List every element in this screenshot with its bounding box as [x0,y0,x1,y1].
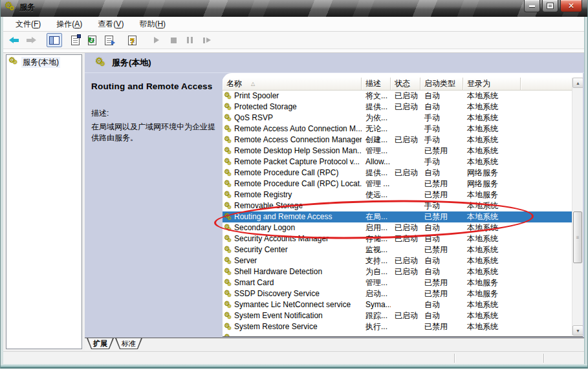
service-gear-icon [224,312,232,320]
service-logon-as-cell: 本地系统 [463,124,521,135]
table-row[interactable]: Smart Card 管理... 已禁用 本地服务 [223,277,572,288]
service-status-cell [391,113,420,124]
back-button[interactable] [6,33,22,47]
menu-item-a[interactable]: 操作(A) [50,17,89,31]
table-row[interactable]: Protected Storage 提供... 已启动 自动 本地系统 [223,102,572,113]
table-row[interactable]: Print Spooler 将文... 已启动 自动 本地系统 [223,91,572,102]
service-gear-icon [224,257,232,265]
tab-standard[interactable]: 标准 [115,338,142,349]
column-header-2[interactable]: 描述 [362,78,391,91]
service-gear-icon [224,301,232,309]
service-name: SSDP Discovery Service [234,288,320,299]
table-row[interactable]: Remote Registry 使远... 已禁用 本地服务 [223,189,572,200]
maximize-icon [547,3,553,8]
help-button[interactable]: ? [124,33,140,47]
menu-item-f[interactable]: 文件(F) [9,17,47,31]
tree-item-services-local[interactable]: 服务(本地) [6,55,82,68]
service-gear-icon [224,290,232,298]
menu-item-h[interactable]: 帮助(H) [133,17,172,31]
service-status-cell [391,189,420,200]
service-startup-type-cell: 已禁用 [420,178,463,189]
table-row[interactable]: Shell Hardware Detection 为自... 已启动 自动 本地… [223,266,572,277]
service-description-cell: 执行... [362,321,391,332]
service-name: Security Center [234,244,288,255]
maximize-button[interactable] [542,0,558,12]
service-logon-as-cell: 本地系统 [463,299,521,310]
refresh-icon: ↻ [88,36,96,45]
service-description-cell: 跟踪... [362,310,391,321]
service-description-block: Routing and Remote Access 描述: 在局域网以及广域网环… [91,81,222,144]
column-header-3[interactable]: 状态 [391,78,420,91]
service-gear-icon [224,103,232,111]
service-status-cell [391,321,420,332]
service-gear-icon [224,268,232,276]
service-name: Print Spooler [234,91,279,102]
service-status-cell [391,211,420,222]
table-row[interactable]: Server 支持... 已启动 自动 本地系统 [223,255,572,266]
service-name: Protected Storage [234,102,297,113]
table-row[interactable]: Remote Access Auto Connection M... 无论...… [223,124,572,135]
table-row[interactable]: Remote Procedure Call (RPC) 提供... 已启动 自动… [223,167,572,178]
service-description-cell: 监视... [362,244,391,255]
service-startup-type-cell [420,332,463,336]
service-status-cell: 已启动 [391,167,420,178]
service-status-cell: 已启动 [391,255,420,266]
table-row[interactable]: System Restore Service 执行... 已禁用 本地系统 [223,321,572,332]
table-row[interactable] [223,332,572,336]
table-row[interactable]: Routing and Remote Access 在局... 已禁用 本地系统 [223,211,572,222]
export-list-icon [105,36,113,45]
table-row[interactable]: Security Center 监视... 已禁用 本地系统 [223,244,572,255]
show-console-tree-button[interactable] [47,33,62,47]
menu-item-v[interactable]: 查看(V) [91,17,130,31]
service-startup-type-cell: 自动 [420,222,463,233]
column-header-5[interactable]: 登录为 [463,78,521,91]
table-row[interactable]: System Event Notification 跟踪... 已启动 自动 本… [223,310,572,321]
service-description-cell: 为自... [362,266,391,277]
service-status-cell [391,156,420,167]
minimize-button[interactable] [524,0,540,12]
scroll-down-icon[interactable] [572,325,583,336]
stop-service-icon [171,38,177,43]
refresh-button[interactable]: ↻ [84,33,100,47]
tab-extended[interactable]: 扩展 [87,338,114,349]
table-row[interactable]: SSDP Discovery Service 启动... 已禁用 本地服务 [223,288,572,299]
service-name: Removable Storage [234,200,303,211]
scroll-up-icon[interactable] [572,78,583,88]
restart-service-icon [203,38,211,43]
export-list-button[interactable] [101,33,116,47]
service-status-cell [391,146,420,156]
service-status-cell: 已启动 [391,222,420,233]
table-row[interactable]: Remote Access Connection Manager 创建... 已… [223,135,572,146]
table-row[interactable]: Remote Desktop Help Session Man... 管理...… [223,146,572,156]
properties-icon [71,36,80,45]
pause-service-icon [187,37,193,43]
properties-button[interactable] [67,33,83,47]
pause-service-button [182,33,198,47]
table-row[interactable]: Security Accounts Manager 存储... 已启动 自动 本… [223,233,572,244]
service-logon-as-cell [463,332,521,336]
column-header-1[interactable]: 名称 [223,78,362,91]
service-logon-as-cell: 本地系统 [463,146,521,156]
column-header-4[interactable]: 启动类型 [420,78,463,91]
table-row[interactable]: Secondary Logon 启用... 已启动 自动 本地系统 [223,222,572,233]
service-name: Server [234,255,257,266]
scrollbar-thumb[interactable] [573,211,582,263]
close-button[interactable]: ✕ [560,0,582,12]
service-logon-as-cell: 本地系统 [463,102,521,113]
service-startup-type-cell: 自动 [420,310,463,321]
service-description-cell: Allow... [362,156,391,167]
forward-button [23,33,39,47]
service-status-cell: 已启动 [391,102,420,113]
table-row[interactable]: Remote Procedure Call (RPC) Locat... 管理 … [223,178,572,189]
service-description-cell: 管理... [362,277,391,288]
title-bar: 服务 ✕ [1,0,587,17]
service-name: Remote Registry [234,189,292,200]
vertical-scrollbar[interactable] [572,78,583,336]
service-description-cell: 在局... [362,211,391,222]
table-row[interactable]: Remote Packet Capture Protocol v... Allo… [223,156,572,167]
service-name: System Event Notification [234,310,323,321]
table-row[interactable]: QoS RSVP 为依... 手动 本地系统 [223,113,572,124]
service-startup-type-cell: 自动 [420,167,463,178]
table-row[interactable]: Symantec Lic NetConnect service Syma... … [223,299,572,310]
table-row[interactable]: Removable Storage 手动 本地系统 [223,200,572,211]
